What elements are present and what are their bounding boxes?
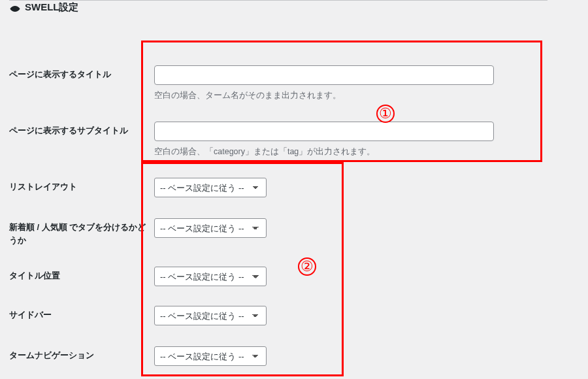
- label-tab-split: 新着順 / 人気順 でタブを分けるかどうか: [9, 218, 154, 246]
- title-hint: 空白の場合、ターム名がそのまま出力されます。: [154, 90, 547, 101]
- swell-logo-icon: [9, 2, 21, 14]
- term-nav-select[interactable]: -- ベース設定に従う --: [154, 346, 267, 366]
- subtitle-hint: 空白の場合、「category」または「tag」が出力されます。: [154, 146, 547, 157]
- row-subtitle: ページに表示するサブタイトル 空白の場合、「category」または「tag」が…: [9, 122, 547, 157]
- divider: [9, 0, 547, 1]
- title-position-select[interactable]: -- ベース設定に従う --: [154, 267, 267, 286]
- row-tab-split: 新着順 / 人気順 でタブを分けるかどうか -- ベース設定に従う --: [9, 218, 547, 246]
- label-subtitle: ページに表示するサブタイトル: [9, 122, 154, 137]
- label-sidebar: サイドバー: [9, 306, 154, 321]
- annotation-number-1: ①: [376, 105, 395, 123]
- subtitle-input[interactable]: [154, 122, 494, 141]
- label-title-position: タイトル位置: [9, 267, 154, 282]
- row-sidebar: サイドバー -- ベース設定に従う --: [9, 306, 547, 325]
- section-header: SWELL設定: [9, 1, 79, 14]
- sidebar-select[interactable]: -- ベース設定に従う --: [154, 306, 267, 325]
- row-title: ページに表示するタイトル 空白の場合、ターム名がそのまま出力されます。: [9, 65, 547, 101]
- row-term-nav: タームナビゲーション -- ベース設定に従う --: [9, 346, 547, 366]
- title-input[interactable]: [154, 65, 494, 85]
- label-list-layout: リストレイアウト: [9, 178, 154, 193]
- row-title-position: タイトル位置 -- ベース設定に従う --: [9, 267, 547, 286]
- field-subtitle: 空白の場合、「category」または「tag」が出力されます。: [154, 122, 547, 157]
- list-layout-select[interactable]: -- ベース設定に従う --: [154, 178, 267, 197]
- tab-split-select[interactable]: -- ベース設定に従う --: [154, 218, 267, 238]
- section-title: SWELL設定: [25, 1, 79, 14]
- label-title: ページに表示するタイトル: [9, 65, 154, 81]
- row-list-layout: リストレイアウト -- ベース設定に従う --: [9, 178, 547, 197]
- label-term-nav: タームナビゲーション: [9, 346, 154, 362]
- field-title: 空白の場合、ターム名がそのまま出力されます。: [154, 65, 547, 101]
